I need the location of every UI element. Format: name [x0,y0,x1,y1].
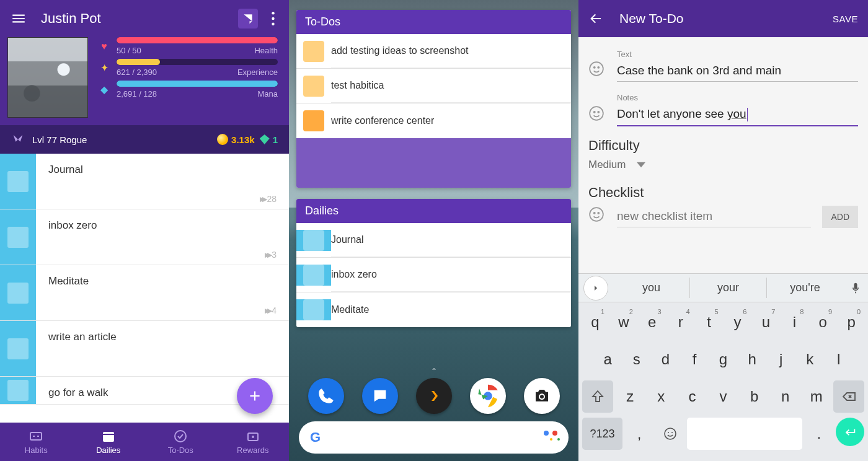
key-b[interactable]: b [740,380,769,413]
suggestion[interactable]: you [613,278,690,298]
suggestion[interactable]: you're [767,278,843,298]
period-key[interactable]: . [805,418,833,450]
key-j[interactable]: j [768,343,794,375]
key-y[interactable]: y6 [725,306,751,338]
svg-point-2 [272,23,274,25]
emoji-icon[interactable] [588,61,606,78]
tab-todos[interactable]: To-Dos [144,423,217,461]
symbols-key[interactable]: ?123 [582,418,622,450]
key-v[interactable]: v [709,380,737,413]
mic-icon[interactable] [843,282,868,294]
daily-item[interactable]: write an article [0,321,289,377]
backspace-key[interactable] [833,380,864,413]
todos-widget[interactable]: To-Dos add testing ideas to screenshot t… [296,10,571,188]
xp-bar [117,59,160,65]
key-x[interactable]: x [647,380,675,413]
checklist-input[interactable] [617,206,811,227]
back-icon[interactable] [588,11,607,26]
checklist-header: Checklist [588,185,858,201]
launcher-caret-icon[interactable]: ⌃ [299,367,569,375]
daily-checkbox[interactable] [0,321,36,376]
daily-checkbox[interactable] [0,209,36,265]
svg-point-24 [671,432,673,433]
key-w[interactable]: w2 [611,306,637,338]
key-i[interactable]: i8 [781,306,807,338]
key-t[interactable]: t5 [696,306,722,338]
key-l[interactable]: l [826,343,852,375]
svg-point-14 [594,67,595,68]
comma-key[interactable]: , [625,418,653,450]
emoji-icon[interactable] [588,206,606,224]
widget-daily-item[interactable]: inbox zero [296,258,571,292]
daily-streak: 4 [265,305,277,315]
key-h[interactable]: h [739,343,766,375]
key-k[interactable]: k [797,343,823,375]
google-logo-icon: G [310,429,321,446]
tab-rewards-label: Rewards [237,446,268,455]
key-a[interactable]: a [595,343,621,375]
svg-point-15 [598,67,599,68]
key-c[interactable]: c [678,380,706,413]
avatar[interactable] [7,37,88,118]
key-m[interactable]: m [802,380,831,413]
key-s[interactable]: s [624,343,650,375]
notes-icon[interactable] [238,9,258,29]
key-f[interactable]: f [681,343,708,375]
key-u[interactable]: u7 [753,306,779,338]
health-label: Health [254,46,278,55]
tab-habits[interactable]: Habits [0,423,73,461]
plex-app-icon[interactable] [416,378,452,414]
svg-point-22 [665,428,676,439]
key-z[interactable]: z [616,380,644,413]
daily-item[interactable]: inbox zero 3 [0,209,289,265]
overflow-menu-icon[interactable] [264,12,281,25]
save-button[interactable]: SAVE [833,14,858,24]
key-p[interactable]: p0 [838,306,864,338]
svg-point-17 [594,112,595,113]
google-search-bar[interactable]: G [299,421,569,454]
daily-checkbox[interactable] [0,377,36,404]
daily-checkbox[interactable] [0,265,36,320]
notes-value-selection: you [727,107,746,120]
tab-dailies[interactable]: Dailies [73,423,145,461]
emoji-icon[interactable] [588,105,606,123]
key-q[interactable]: q1 [582,306,608,338]
widget-daily-item[interactable]: Journal [296,223,571,258]
key-o[interactable]: o9 [810,306,836,338]
gold-count: 3.13k [217,134,255,145]
key-d[interactable]: d [652,343,679,375]
emoji-key[interactable] [656,418,684,450]
daily-item[interactable]: Journal 28 [0,154,289,209]
widget-daily-label: Meditate [331,292,571,327]
widget-todo-item[interactable]: add testing ideas to screenshot [296,34,571,69]
camera-app-icon[interactable] [524,378,560,414]
key-g[interactable]: g [710,343,737,375]
key-e[interactable]: e3 [639,306,665,338]
add-button[interactable] [237,378,273,414]
expand-suggestions-icon[interactable] [583,276,608,301]
dailies-widget[interactable]: Dailies Journal inbox zero Meditate [296,199,571,327]
daily-checkbox[interactable] [0,154,36,209]
widget-todo-item[interactable]: test habitica [296,69,571,103]
key-r[interactable]: r4 [668,306,694,338]
assistant-icon[interactable] [544,431,557,444]
phone-app-icon[interactable] [308,378,344,414]
widget-todo-item[interactable]: write conference center [296,103,571,138]
enter-key[interactable] [836,418,864,446]
svg-point-5 [175,431,186,442]
shift-key[interactable] [582,380,613,413]
difficulty-select[interactable]: Medium [588,159,858,171]
widget-todo-label: test habitica [331,69,571,103]
chrome-app-icon[interactable] [470,378,506,414]
messages-app-icon[interactable] [362,378,398,414]
suggestion[interactable]: your [690,278,767,298]
key-n[interactable]: n [771,380,800,413]
menu-icon[interactable] [7,7,30,30]
tab-rewards[interactable]: Rewards [217,423,290,461]
text-field[interactable]: Case the bank on 3rd and main [617,60,858,82]
notes-field[interactable]: Don't let anyone see you [617,103,858,126]
daily-item[interactable]: Meditate 4 [0,265,289,321]
widget-daily-item[interactable]: Meditate [296,292,571,327]
add-checklist-button[interactable]: ADD [822,206,858,228]
space-key[interactable] [687,418,802,450]
